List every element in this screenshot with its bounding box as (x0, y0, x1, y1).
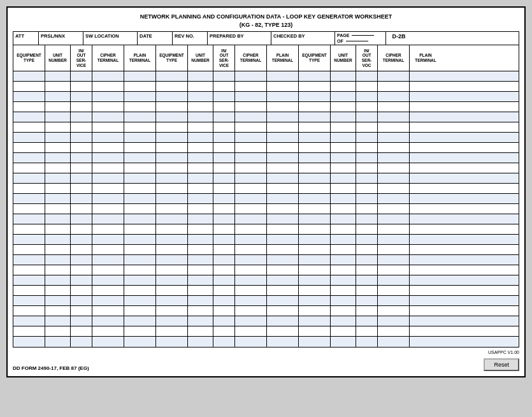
table-cell[interactable] (235, 71, 267, 81)
table-cell[interactable] (235, 326, 267, 336)
table-cell[interactable] (410, 286, 442, 295)
table-cell[interactable] (45, 214, 71, 224)
table-cell[interactable] (13, 214, 45, 224)
table-cell[interactable] (13, 245, 45, 254)
table-cell[interactable] (267, 173, 299, 183)
table-cell[interactable] (13, 163, 45, 173)
table-cell[interactable] (188, 316, 213, 326)
table-cell[interactable] (299, 245, 331, 254)
table-cell[interactable] (213, 143, 235, 152)
table-cell[interactable] (331, 204, 356, 214)
table-cell[interactable] (124, 102, 156, 112)
table-cell[interactable] (124, 296, 156, 305)
table-cell[interactable] (188, 122, 213, 132)
table-cell[interactable] (92, 153, 124, 163)
reset-button[interactable]: Reset (484, 358, 519, 371)
table-cell[interactable] (331, 224, 356, 234)
table-cell[interactable] (378, 102, 410, 112)
table-cell[interactable] (188, 112, 213, 122)
table-cell[interactable] (45, 153, 71, 163)
table-cell[interactable] (378, 306, 410, 316)
table-cell[interactable] (235, 163, 267, 173)
table-cell[interactable] (331, 296, 356, 305)
table-cell[interactable] (156, 204, 188, 214)
table-cell[interactable] (156, 235, 188, 244)
table-cell[interactable] (378, 337, 410, 347)
table-cell[interactable] (45, 102, 71, 112)
table-cell[interactable] (45, 112, 71, 122)
table-cell[interactable] (71, 337, 92, 347)
table-cell[interactable] (410, 224, 442, 234)
table-cell[interactable] (92, 143, 124, 152)
table-cell[interactable] (299, 316, 331, 326)
table-cell[interactable] (331, 122, 356, 132)
table-cell[interactable] (299, 337, 331, 347)
table-cell[interactable] (235, 82, 267, 91)
table-cell[interactable] (213, 102, 235, 112)
table-cell[interactable] (156, 296, 188, 305)
table-cell[interactable] (156, 326, 188, 336)
table-cell[interactable] (356, 306, 378, 316)
table-cell[interactable] (71, 286, 92, 295)
table-cell[interactable] (13, 316, 45, 326)
table-cell[interactable] (45, 204, 71, 214)
table-cell[interactable] (235, 173, 267, 183)
table-cell[interactable] (45, 163, 71, 173)
table-cell[interactable] (71, 255, 92, 265)
table-cell[interactable] (378, 194, 410, 203)
table-cell[interactable] (356, 133, 378, 142)
table-cell[interactable] (267, 286, 299, 295)
table-cell[interactable] (71, 82, 92, 91)
table-cell[interactable] (124, 214, 156, 224)
table-cell[interactable] (299, 184, 331, 193)
table-cell[interactable] (356, 71, 378, 81)
table-cell[interactable] (235, 296, 267, 305)
table-cell[interactable] (188, 71, 213, 81)
table-cell[interactable] (356, 112, 378, 122)
table-cell[interactable] (378, 235, 410, 244)
table-cell[interactable] (356, 122, 378, 132)
table-cell[interactable] (45, 143, 71, 152)
table-cell[interactable] (156, 133, 188, 142)
table-cell[interactable] (378, 71, 410, 81)
table-cell[interactable] (45, 265, 71, 275)
table-cell[interactable] (378, 122, 410, 132)
table-cell[interactable] (410, 265, 442, 275)
table-cell[interactable] (71, 184, 92, 193)
table-cell[interactable] (410, 214, 442, 224)
table-cell[interactable] (356, 296, 378, 305)
table-cell[interactable] (71, 112, 92, 122)
table-cell[interactable] (188, 143, 213, 152)
table-cell[interactable] (410, 326, 442, 336)
table-cell[interactable] (331, 143, 356, 152)
table-cell[interactable] (410, 133, 442, 142)
table-cell[interactable] (410, 235, 442, 244)
table-cell[interactable] (356, 326, 378, 336)
table-cell[interactable] (378, 184, 410, 193)
table-cell[interactable] (410, 194, 442, 203)
table-cell[interactable] (299, 255, 331, 265)
table-cell[interactable] (356, 82, 378, 91)
table-cell[interactable] (356, 235, 378, 244)
table-cell[interactable] (378, 296, 410, 305)
table-cell[interactable] (13, 153, 45, 163)
table-cell[interactable] (299, 286, 331, 295)
table-cell[interactable] (13, 265, 45, 275)
table-cell[interactable] (410, 112, 442, 122)
table-cell[interactable] (45, 173, 71, 183)
table-cell[interactable] (124, 235, 156, 244)
table-cell[interactable] (267, 163, 299, 173)
table-cell[interactable] (156, 245, 188, 254)
table-cell[interactable] (71, 306, 92, 316)
table-cell[interactable] (267, 224, 299, 234)
table-cell[interactable] (156, 71, 188, 81)
table-cell[interactable] (45, 245, 71, 254)
table-cell[interactable] (45, 224, 71, 234)
table-cell[interactable] (331, 194, 356, 203)
table-cell[interactable] (92, 265, 124, 275)
table-cell[interactable] (356, 102, 378, 112)
table-cell[interactable] (235, 112, 267, 122)
table-cell[interactable] (13, 173, 45, 183)
table-cell[interactable] (124, 255, 156, 265)
table-cell[interactable] (267, 153, 299, 163)
